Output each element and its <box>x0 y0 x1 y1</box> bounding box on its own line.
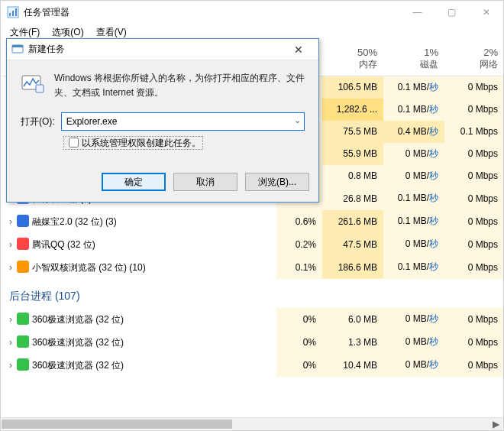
disk-cell: 0.1 MB/秒 <box>383 256 444 279</box>
network-cell: 0 Mbps <box>444 308 502 331</box>
table-row[interactable]: ›360极速浏览器 (32 位)0%6.0 MB0 MB/秒0 Mbps <box>2 308 502 331</box>
dialog-body: Windows 将根据你所键入的名称，为你打开相应的程序、文件夹、文档或 Int… <box>7 60 318 165</box>
memory-cell: 1.3 MB <box>322 331 383 354</box>
process-name: 融媒宝2.0 (32 位) (3) <box>32 216 117 227</box>
expand-chevron-icon[interactable]: › <box>9 337 17 348</box>
horizontal-scrollbar[interactable]: ▶ <box>2 417 502 429</box>
process-icon <box>17 313 29 325</box>
network-cell: 0 Mbps <box>444 354 502 377</box>
dialog-title: 新建任务 <box>28 43 283 56</box>
disk-cell: 0 MB/秒 <box>383 165 444 187</box>
memory-cell: 6.0 MB <box>322 308 383 331</box>
disk-cell: 0.1 MB/秒 <box>383 210 444 233</box>
process-name: 小智双核浏览器 (32 位) (10) <box>32 262 146 273</box>
expand-chevron-icon[interactable]: › <box>9 262 17 273</box>
disk-cell: 0.1 MB/秒 <box>383 76 444 99</box>
col-network[interactable]: 2%网络 <box>444 41 502 76</box>
network-cell: 0 Mbps <box>444 76 502 99</box>
memory-cell: 75.5 MB <box>322 121 383 143</box>
table-row[interactable]: ›360极速浏览器 (32 位)0%10.4 MB0 MB/秒0 Mbps <box>2 354 502 377</box>
network-cell: 0.1 Mbps <box>444 121 502 143</box>
process-name: 360极速浏览器 (32 位) <box>32 337 124 348</box>
browse-button[interactable]: 浏览(B)... <box>245 173 309 191</box>
network-cell: 0 Mbps <box>444 331 502 354</box>
disk-cell: 0 MB/秒 <box>383 331 444 354</box>
app-icon <box>7 6 19 18</box>
table-row[interactable]: ›小智双核浏览器 (32 位) (10)0.1%186.6 MB0.1 MB/秒… <box>2 256 502 279</box>
memory-cell: 10.4 MB <box>322 354 383 377</box>
chevron-down-icon[interactable]: ⌄ <box>294 115 301 125</box>
process-icon <box>17 335 29 348</box>
window-title: 任务管理器 <box>24 6 400 19</box>
memory-cell: 55.9 MB <box>322 143 383 165</box>
disk-cell: 0 MB/秒 <box>383 354 444 377</box>
cpu-cell: 0% <box>276 331 322 354</box>
process-icon <box>17 215 29 227</box>
window-controls: — ▢ ✕ <box>400 1 503 24</box>
memory-cell: 106.5 MB <box>322 76 383 99</box>
process-group-header[interactable]: 后台进程 (107) <box>2 279 502 308</box>
run-dialog-icon <box>11 44 24 56</box>
cpu-cell: 0% <box>276 308 322 331</box>
disk-cell: 0.1 MB/秒 <box>383 99 444 121</box>
svg-rect-2 <box>12 11 14 16</box>
memory-cell: 261.6 MB <box>322 210 383 233</box>
col-disk[interactable]: 1%磁盘 <box>383 41 444 76</box>
process-icon <box>17 238 29 250</box>
memory-cell: 47.5 MB <box>322 233 383 256</box>
process-name-cell[interactable]: ›360极速浏览器 (32 位) <box>2 354 276 377</box>
process-name-cell[interactable]: ›360极速浏览器 (32 位) <box>2 331 276 354</box>
network-cell: 0 Mbps <box>444 165 502 187</box>
expand-chevron-icon[interactable]: › <box>9 314 17 325</box>
process-icon <box>17 261 29 273</box>
disk-cell: 0 MB/秒 <box>383 233 444 256</box>
admin-checkbox-label[interactable]: 以系统管理权限创建此任务。 <box>63 136 203 150</box>
process-name-cell[interactable]: ›小智双核浏览器 (32 位) (10) <box>2 256 276 279</box>
network-cell: 0 Mbps <box>444 143 502 165</box>
table-row[interactable]: ›腾讯QQ (32 位)0.2%47.5 MB0 MB/秒0 Mbps <box>2 233 502 256</box>
open-input-value[interactable]: Explorer.exe <box>66 116 118 127</box>
cpu-cell: 0.1% <box>276 256 322 279</box>
process-name: 360极速浏览器 (32 位) <box>32 360 124 371</box>
process-name-cell[interactable]: ›腾讯QQ (32 位) <box>2 233 276 256</box>
svg-rect-1 <box>9 13 11 16</box>
expand-chevron-icon[interactable]: › <box>9 239 17 250</box>
maximize-button[interactable]: ▢ <box>435 1 469 24</box>
ok-button[interactable]: 确定 <box>102 173 166 191</box>
dialog-titlebar[interactable]: 新建任务 ✕ <box>7 39 318 60</box>
process-name-cell[interactable]: ›融媒宝2.0 (32 位) (3) <box>2 210 276 233</box>
svg-rect-7 <box>36 85 44 92</box>
minimize-button[interactable]: — <box>400 1 435 24</box>
network-cell: 0 Mbps <box>444 187 502 210</box>
network-cell: 0 Mbps <box>444 99 502 121</box>
expand-chevron-icon[interactable]: › <box>9 216 17 227</box>
open-combobox[interactable]: Explorer.exe ⌄ <box>61 112 305 131</box>
close-button[interactable]: ✕ <box>469 1 503 24</box>
memory-cell: 26.8 MB <box>322 187 383 210</box>
memory-cell: 0.8 MB <box>322 165 383 187</box>
dialog-close-button[interactable]: ✕ <box>283 39 314 60</box>
dialog-button-row: 确定 取消 浏览(B)... <box>7 165 318 202</box>
open-label: 打开(O): <box>21 115 55 128</box>
titlebar[interactable]: 任务管理器 — ▢ ✕ <box>1 1 503 24</box>
table-row[interactable]: ›360极速浏览器 (32 位)0%1.3 MB0 MB/秒0 Mbps <box>2 331 502 354</box>
process-name: 腾讯QQ (32 位) <box>32 239 95 250</box>
new-task-dialog: 新建任务 ✕ Windows 将根据你所键入的名称，为你打开相应的程序、文件夹、… <box>6 38 319 203</box>
disk-cell: 0.1 MB/秒 <box>383 187 444 210</box>
cpu-cell: 0.2% <box>276 233 322 256</box>
table-row[interactable]: ›融媒宝2.0 (32 位) (3)0.6%261.6 MB0.1 MB/秒0 … <box>2 210 502 233</box>
scroll-right-arrow[interactable]: ▶ <box>489 418 502 430</box>
scrollbar-thumb[interactable] <box>2 420 232 429</box>
network-cell: 0 Mbps <box>444 210 502 233</box>
col-memory[interactable]: 50%内存 <box>322 41 383 76</box>
dialog-message: Windows 将根据你所键入的名称，为你打开相应的程序、文件夹、文档或 Int… <box>54 71 305 100</box>
cancel-button[interactable]: 取消 <box>173 173 237 191</box>
process-name: 360极速浏览器 (32 位) <box>32 314 124 325</box>
memory-cell: 1,282.6 ... <box>322 99 383 121</box>
admin-checkbox[interactable] <box>69 138 79 147</box>
expand-chevron-icon[interactable]: › <box>9 360 17 371</box>
group-title: 后台进程 (107) <box>2 279 502 308</box>
process-name-cell[interactable]: ›360极速浏览器 (32 位) <box>2 308 276 331</box>
disk-cell: 0 MB/秒 <box>383 308 444 331</box>
svg-rect-3 <box>15 8 17 16</box>
